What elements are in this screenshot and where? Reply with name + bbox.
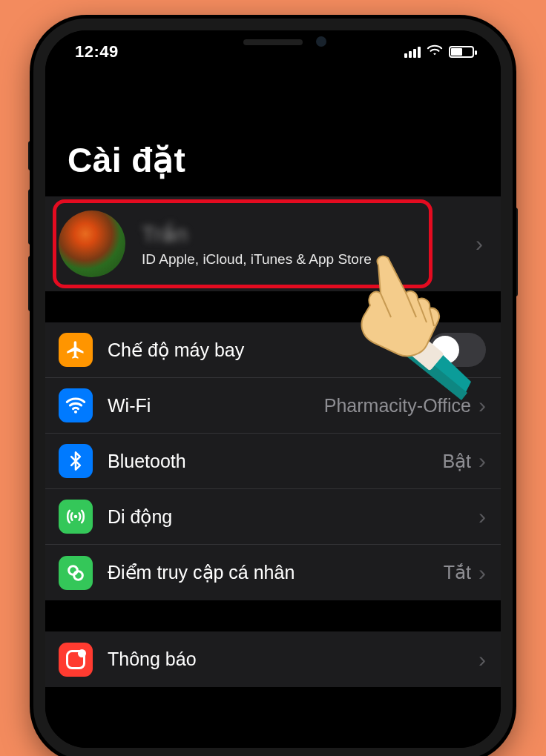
- svg-point-3: [74, 571, 83, 580]
- chevron-right-icon: ›: [478, 448, 486, 474]
- chevron-right-icon: ›: [476, 231, 483, 256]
- notifications-group: Thông báo ›: [45, 631, 501, 687]
- phone-mute-switch: [28, 141, 33, 170]
- status-icons: [404, 42, 474, 62]
- battery-icon: [449, 46, 474, 58]
- row-label: Chế độ máy bay: [108, 339, 428, 361]
- row-label: Di động: [108, 506, 478, 528]
- row-label: Bluetooth: [108, 451, 442, 472]
- wifi-icon: [59, 388, 93, 422]
- apple-id-row[interactable]: Trần ID Apple, iCloud, iTunes & App Stor…: [45, 196, 501, 291]
- airplane-switch[interactable]: [428, 333, 486, 367]
- svg-point-2: [69, 566, 78, 574]
- row-label: Thông báo: [108, 649, 478, 670]
- cellular-icon: [59, 500, 93, 534]
- phone-volume-down: [28, 256, 33, 311]
- phone-volume-up: [28, 189, 33, 245]
- phone-notch: [169, 29, 377, 57]
- svg-point-1: [74, 515, 78, 519]
- screen: 12:49 Cài đặt: [45, 30, 501, 748]
- row-label: Điểm truy cập cá nhân: [108, 562, 444, 583]
- row-value: Tắt: [444, 562, 471, 583]
- svg-point-0: [74, 411, 77, 414]
- row-wifi[interactable]: Wi-Fi Pharmacity-Office ›: [45, 378, 501, 434]
- avatar: [59, 210, 125, 277]
- cellular-signal-icon: [404, 46, 421, 58]
- status-time: 12:49: [75, 42, 119, 62]
- chevron-right-icon: ›: [478, 647, 486, 672]
- row-airplane-mode[interactable]: Chế độ máy bay: [45, 322, 501, 378]
- phone-power-button: [513, 208, 518, 296]
- phone-frame: 12:49 Cài đặt: [33, 19, 513, 756]
- row-value: Bật: [442, 451, 471, 472]
- chevron-right-icon: ›: [478, 560, 486, 586]
- profile-subtitle: ID Apple, iCloud, iTunes & App Store: [142, 251, 476, 268]
- wifi-status-icon: [427, 42, 443, 62]
- airplane-icon: [59, 333, 93, 367]
- row-value: Pharmacity-Office: [324, 395, 471, 417]
- row-label: Wi-Fi: [108, 395, 324, 417]
- profile-group: Trần ID Apple, iCloud, iTunes & App Stor…: [45, 196, 501, 291]
- chevron-right-icon: ›: [478, 504, 486, 529]
- row-cellular[interactable]: Di động ›: [45, 489, 501, 545]
- row-notifications[interactable]: Thông báo ›: [45, 631, 501, 687]
- page-title: Cài đặt: [45, 73, 501, 196]
- bluetooth-icon: [59, 444, 93, 478]
- notifications-icon: [59, 643, 93, 677]
- profile-name: Trần: [142, 221, 335, 247]
- connectivity-group: Chế độ máy bay Wi-Fi Pharmacity-Office: [45, 322, 501, 600]
- row-hotspot[interactable]: Điểm truy cập cá nhân Tắt ›: [45, 545, 501, 600]
- row-bluetooth[interactable]: Bluetooth Bật ›: [45, 434, 501, 489]
- hotspot-icon: [59, 556, 93, 590]
- chevron-right-icon: ›: [478, 393, 486, 418]
